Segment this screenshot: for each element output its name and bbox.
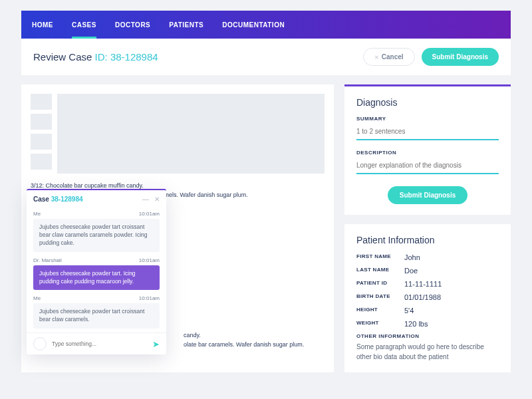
patient-info-card: Patient Information FIRST NAMEJohnLAST N… — [344, 224, 511, 372]
thumbnail[interactable] — [31, 114, 52, 130]
patient-info-title: Patient Information — [356, 235, 499, 245]
chat-message: Me10:01amJujubes cheesecake powder tart … — [33, 211, 160, 252]
cancel-button[interactable]: Cancel — [363, 48, 415, 66]
message-time: 10:01am — [139, 257, 160, 263]
close-icon[interactable]: ✕ — [154, 196, 160, 203]
info-label: LAST NAME — [356, 267, 404, 275]
info-value: John — [404, 253, 420, 261]
info-value: 11-11-1111 — [404, 280, 442, 288]
info-row: BIRTH DATE01/01/1988 — [356, 293, 499, 301]
message-sender: Me — [33, 295, 41, 301]
other-info-text: Some paragraph would go here to describe… — [356, 342, 499, 362]
page-title: Review Case ID: 38-128984 — [33, 51, 158, 63]
info-row: FIRST NAMEJohn — [356, 253, 499, 261]
diagnosis-title: Diagnosis — [356, 97, 499, 108]
nav-doctors[interactable]: DOCTORS — [115, 12, 150, 38]
message-bubble: Jujubes cheesecake powder tart croissant… — [33, 219, 160, 252]
chat-message: Me10:01amJujubes cheesecake powder tart … — [33, 295, 160, 329]
message-time: 10:01am — [139, 211, 160, 217]
message-bubble: Jujubes cheesecake powder tart croissant… — [33, 303, 160, 329]
info-label: HEIGHT — [356, 307, 404, 315]
info-row: WEIGHT120 lbs — [356, 320, 499, 328]
summary-label: SUMMARY — [356, 116, 499, 122]
nav-patients[interactable]: PATIENTS — [169, 12, 203, 38]
info-value: 5'4 — [404, 307, 414, 315]
chat-message: Dr. Marshall10:01amJujubes cheesecake po… — [33, 257, 160, 291]
send-icon[interactable]: ➤ — [152, 339, 160, 349]
thumbnail[interactable] — [31, 154, 52, 170]
info-label: WEIGHT — [356, 320, 404, 328]
info-row: HEIGHT5'4 — [356, 307, 499, 315]
message-sender: Dr. Marshall — [33, 257, 62, 263]
chat-panel: Case 38-128984 — ✕ Me10:01amJujubes chee… — [27, 189, 166, 354]
info-label: BIRTH DATE — [356, 293, 404, 301]
main-image[interactable] — [57, 94, 325, 174]
image-gallery — [31, 94, 325, 174]
chat-body: Me10:01amJujubes cheesecake powder tart … — [27, 208, 166, 332]
info-label: PATIENT ID — [356, 280, 404, 288]
message-time: 10:01am — [139, 295, 160, 301]
chat-controls: — ✕ — [142, 196, 160, 203]
info-value: 01/01/1988 — [404, 293, 441, 301]
chat-input-bar: ➤ — [27, 332, 166, 354]
thumbnail[interactable] — [31, 134, 52, 150]
thumbnail[interactable] — [31, 94, 52, 110]
nav-cases[interactable]: CASES — [72, 12, 96, 38]
chat-input[interactable] — [52, 340, 147, 347]
top-nav: HOME CASES DOCTORS PATIENTS DOCUMENTATIO… — [21, 11, 511, 39]
chat-header: Case 38-128984 — ✕ — [27, 190, 166, 208]
message-bubble: Jujubes cheesecake powder tart. Icing pu… — [33, 265, 160, 291]
header-actions: Cancel Submit Diagnosis — [363, 48, 499, 66]
nav-home[interactable]: HOME — [32, 12, 53, 38]
info-value: 120 lbs — [404, 320, 428, 328]
summary-input[interactable] — [356, 126, 499, 140]
info-row: LAST NAMEDoe — [356, 267, 499, 275]
avatar — [33, 337, 47, 350]
case-id: ID: 38-128984 — [95, 51, 158, 63]
submit-diagnosis-button[interactable]: Submit Diagnosis — [422, 48, 499, 66]
info-row: PATIENT ID11-11-1111 — [356, 280, 499, 288]
description-input[interactable] — [356, 160, 499, 174]
description-label: DESCRIPTION — [356, 150, 499, 156]
message-meta: Me10:01am — [33, 295, 160, 301]
title-prefix: Review Case — [33, 51, 95, 63]
thumbnail-list — [31, 94, 52, 174]
image-caption-2: candy. olate bar caramels. Wafer danish … — [184, 331, 325, 349]
other-info-label: OTHER INFORMATION — [356, 333, 499, 339]
info-label: FIRST NAME — [356, 253, 404, 261]
diagnosis-card: Diagnosis SUMMARY DESCRIPTION Submit Dia… — [344, 84, 511, 215]
chat-case-id: 38-128984 — [51, 196, 83, 203]
minimize-icon[interactable]: — — [142, 196, 149, 203]
message-meta: Dr. Marshall10:01am — [33, 257, 160, 263]
message-meta: Me10:01am — [33, 211, 160, 217]
info-value: Doe — [404, 267, 418, 275]
message-sender: Me — [33, 211, 41, 217]
page-header: Review Case ID: 38-128984 Cancel Submit … — [21, 39, 511, 75]
diagnosis-submit-button[interactable]: Submit Diagnosis — [388, 186, 467, 204]
chat-title: Case 38-128984 — [33, 196, 83, 203]
nav-documentation[interactable]: DOCUMENTATION — [222, 12, 285, 38]
side-column: Diagnosis SUMMARY DESCRIPTION Submit Dia… — [344, 84, 511, 372]
chat-title-prefix: Case — [33, 196, 51, 203]
